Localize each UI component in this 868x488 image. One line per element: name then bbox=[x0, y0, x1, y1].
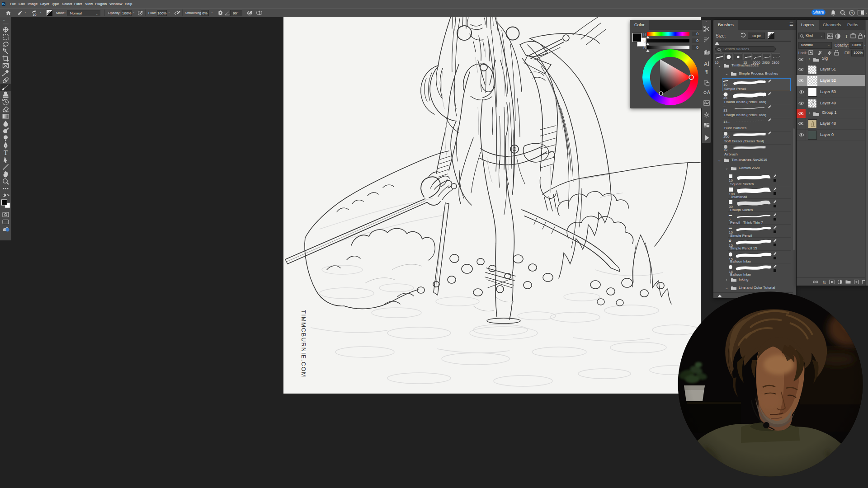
svg-text:T: T bbox=[4, 149, 8, 156]
svg-text:TIMMCBURNIE.COM: TIMMCBURNIE.COM bbox=[300, 310, 307, 378]
svg-text:»: » bbox=[3, 19, 5, 23]
svg-text:?: ? bbox=[851, 11, 853, 15]
svg-text:¶: ¶ bbox=[705, 69, 708, 75]
svg-text:fx: fx bbox=[823, 280, 826, 285]
svg-text:«: « bbox=[706, 20, 708, 23]
svg-text:A: A bbox=[704, 61, 708, 67]
svg-text:A: A bbox=[707, 90, 710, 95]
svg-text:T: T bbox=[845, 33, 848, 39]
